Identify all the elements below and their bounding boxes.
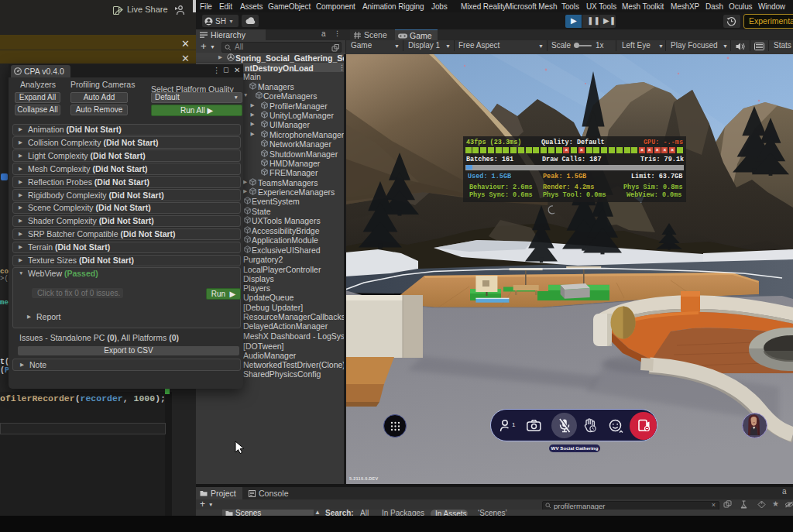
svg-text:1: 1 xyxy=(512,421,516,428)
